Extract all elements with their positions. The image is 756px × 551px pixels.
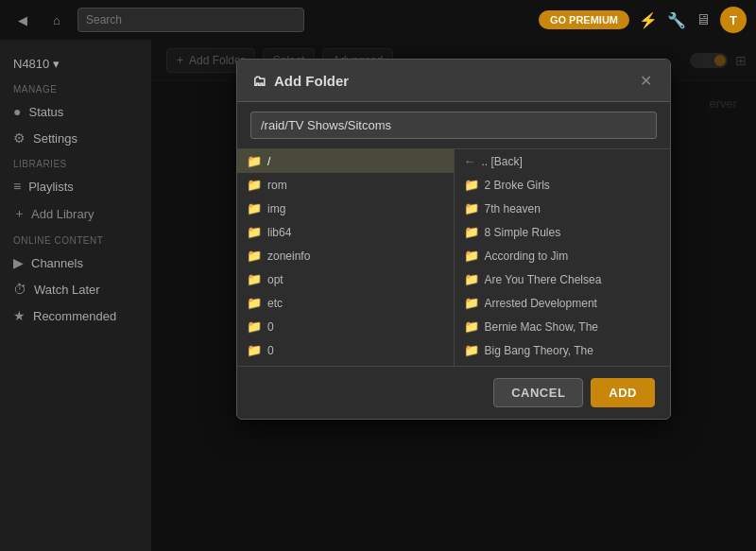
folder-item[interactable]: 📁 7th heaven (455, 197, 671, 220)
premium-button[interactable]: GO PREMIUM (539, 10, 629, 29)
folder-item[interactable]: 📁 opt (237, 267, 454, 291)
folder-icon: 📁 (464, 225, 479, 239)
folder-item-label: According to Jim (485, 250, 569, 263)
main-layout: N4810 ▾ MANAGE ● Status ⚙ Settings LIBRA… (0, 40, 756, 551)
folder-item[interactable]: 📁 According to Jim (455, 244, 671, 267)
folder-item-label: 2 Broke Girls (485, 179, 550, 192)
dialog-close-button[interactable]: ✕ (636, 71, 655, 90)
online-section-label: ONLINE CONTENT (0, 228, 151, 250)
sidebar: N4810 ▾ MANAGE ● Status ⚙ Settings LIBRA… (0, 40, 151, 551)
monitor-icon[interactable]: 🖥 (696, 11, 711, 28)
folder-icon: 📁 (464, 178, 479, 192)
dialog-title-text: Add Folder (274, 73, 349, 89)
folder-lock-icon: 📁 (247, 296, 262, 310)
folder-item[interactable]: 📁 img (237, 197, 454, 220)
sidebar-item-status[interactable]: ● Status (0, 98, 151, 125)
folder-icon: 📁 (464, 201, 479, 215)
dialog-header: 🗂 Add Folder ✕ (237, 60, 670, 102)
folder-item-label: / (267, 155, 270, 168)
folder-icon: 📁 (464, 296, 479, 310)
content-area: + Add Folder Select Advanced ⊞ erver 🗂 (151, 40, 756, 551)
right-folder-pane: ← .. [Back] 📁 2 Broke Girls 📁 7th heaven (455, 149, 671, 366)
folder-lock-icon: 📁 (247, 225, 262, 239)
folder-icon: 📁 (464, 343, 479, 357)
folder-icon: 📁 (464, 319, 479, 334)
libraries-section-label: LIBRARIES (0, 151, 151, 173)
sidebar-item-watch-later[interactable]: ⏱ Watch Later (0, 276, 151, 302)
wrench-icon[interactable]: 🔧 (667, 11, 686, 29)
folder-item-label: opt (267, 273, 284, 286)
add-icon: ＋ (13, 205, 26, 222)
folder-item-label: Big Bang Theory, The (485, 344, 593, 357)
dialog-footer: CANCEL ADD (237, 367, 670, 419)
dialog-title: 🗂 Add Folder (252, 73, 349, 89)
sidebar-item-channels[interactable]: ▶ Channels (0, 250, 151, 276)
watch-later-icon: ⏱ (13, 282, 26, 297)
folder-item[interactable]: 📁 8 Simple Rules (455, 220, 671, 244)
dialog-title-icon: 🗂 (252, 73, 266, 89)
manage-section-label: MANAGE (0, 77, 151, 98)
folder-lock-icon: 📁 (247, 154, 262, 168)
playlists-icon: ≡ (13, 179, 21, 194)
folder-item[interactable]: 📁 lib64 (237, 220, 454, 244)
status-icon: ● (13, 104, 21, 119)
add-library-button[interactable]: ＋ Add Library (0, 199, 151, 228)
folder-item[interactable]: 📁 2 Broke Girls (455, 173, 671, 197)
activity-icon[interactable]: ⚡ (639, 11, 658, 29)
folder-item-label: zoneinfo (267, 250, 310, 263)
folder-item-label: Bernie Mac Show, The (485, 320, 599, 334)
folder-item-label: .. [Back] (482, 155, 523, 168)
folder-item[interactable]: 📁 0 (237, 315, 454, 338)
folder-item[interactable]: 📁 rom (237, 173, 454, 197)
topbar: ◀ ⌂ GO PREMIUM ⚡ 🔧 🖥 T (0, 0, 756, 40)
back-button[interactable]: ◀ (9, 7, 36, 33)
folder-item[interactable]: 📁 / (237, 149, 454, 173)
folder-item-label: lib64 (267, 226, 291, 239)
topbar-right: GO PREMIUM ⚡ 🔧 🖥 T (539, 7, 747, 33)
folder-item[interactable]: 📁 Big Bang Theory, The (455, 338, 671, 362)
channels-icon: ▶ (13, 255, 24, 270)
device-selector[interactable]: N4810 ▾ (0, 51, 151, 77)
folder-item[interactable]: 📁 etc (237, 291, 454, 315)
device-label: N4810 ▾ (13, 57, 60, 71)
folder-item-label: 8 Simple Rules (485, 226, 561, 239)
search-input[interactable] (77, 8, 304, 32)
folder-browser: 📁 / 📁 rom 📁 img 📁 li (237, 149, 670, 367)
folder-item[interactable]: 📁 Arrested Development (455, 291, 671, 315)
sidebar-item-settings[interactable]: ⚙ Settings (0, 125, 151, 151)
folder-item[interactable]: 📁 Are You There Chelsea (455, 267, 671, 291)
path-input[interactable] (250, 112, 657, 139)
sidebar-item-recommended-label: Recommended (33, 309, 116, 323)
folder-item[interactable]: 📁 0 (237, 338, 454, 362)
folder-lock-icon: 📁 (247, 249, 262, 263)
folder-item-label: Are You There Chelsea (485, 273, 602, 286)
folder-item[interactable]: 📁 Blossom (455, 362, 671, 366)
folder-lock-icon: 📁 (247, 201, 262, 215)
folder-item-label: 7th heaven (485, 202, 541, 215)
folder-lock-icon: 📁 (247, 178, 262, 192)
avatar[interactable]: T (720, 7, 747, 33)
folder-lock-icon: 📁 (247, 343, 262, 357)
add-button[interactable]: ADD (591, 378, 655, 407)
cancel-button[interactable]: CANCEL (493, 378, 583, 407)
folder-item-label: 0 (267, 320, 274, 334)
sidebar-item-settings-label: Settings (33, 131, 77, 146)
folder-item[interactable]: 📁 Bernie Mac Show, The (455, 315, 671, 338)
sidebar-item-status-label: Status (28, 105, 63, 119)
sidebar-item-recommended[interactable]: ★ Recommended (0, 302, 151, 329)
folder-item[interactable]: 📁 zoneinfo (237, 244, 454, 267)
folder-icon: 📁 (464, 249, 479, 263)
sidebar-item-watch-later-label: Watch Later (34, 283, 100, 297)
folder-item-label: Arrested Development (485, 297, 597, 310)
home-button[interactable]: ⌂ (43, 7, 70, 33)
folder-item-label: rom (267, 179, 287, 192)
dialog-overlay: 🗂 Add Folder ✕ 📁 / (151, 40, 756, 551)
folder-item-back[interactable]: ← .. [Back] (455, 149, 671, 173)
settings-icon: ⚙ (13, 130, 26, 146)
recommended-icon: ★ (13, 308, 26, 323)
sidebar-item-playlists[interactable]: ≡ Playlists (0, 173, 151, 199)
folder-item-label: 0 (267, 344, 274, 357)
folder-item-label: img (267, 202, 285, 215)
back-arrow-icon: ← (464, 154, 476, 168)
folder-item-label: etc (267, 297, 283, 310)
